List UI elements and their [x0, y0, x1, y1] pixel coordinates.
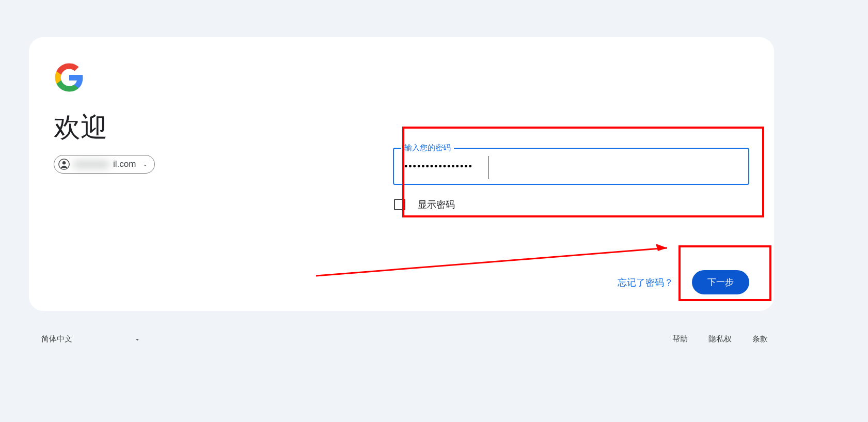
help-link[interactable]: 帮助 [672, 334, 688, 344]
password-field-container: 输入您的密码 [393, 148, 749, 185]
caret-down-icon [134, 336, 140, 342]
terms-link[interactable]: 条款 [752, 334, 768, 344]
text-cursor [488, 156, 488, 179]
footer-links: 帮助 隐私权 条款 [672, 334, 768, 344]
footer: 简体中文 帮助 隐私权 条款 [29, 323, 774, 354]
password-label: 输入您的密码 [401, 143, 454, 153]
show-password-row: 显示密码 [393, 198, 749, 211]
show-password-label: 显示密码 [418, 198, 455, 211]
actions-row: 忘记了密码？ 下一步 [618, 270, 749, 294]
account-email-suffix: il.com [113, 159, 136, 169]
forgot-password-link[interactable]: 忘记了密码？ [618, 276, 673, 289]
language-selector[interactable]: 简体中文 [35, 330, 147, 348]
next-button[interactable]: 下一步 [692, 270, 749, 294]
login-card: 欢迎 xxxxxxxx il.com 输入您的密码 显示密码 忘记 [29, 37, 774, 311]
google-logo-icon [54, 62, 85, 93]
privacy-link[interactable]: 隐私权 [708, 334, 732, 344]
account-selector[interactable]: xxxxxxxx il.com [54, 155, 155, 174]
password-section: 输入您的密码 显示密码 [393, 127, 749, 211]
svg-point-1 [62, 161, 66, 164]
password-input[interactable] [404, 161, 738, 172]
show-password-checkbox[interactable] [394, 199, 405, 210]
chevron-down-icon [142, 161, 148, 167]
language-label: 简体中文 [41, 334, 72, 344]
person-icon [58, 159, 70, 170]
account-email-masked: xxxxxxxx [74, 159, 109, 169]
